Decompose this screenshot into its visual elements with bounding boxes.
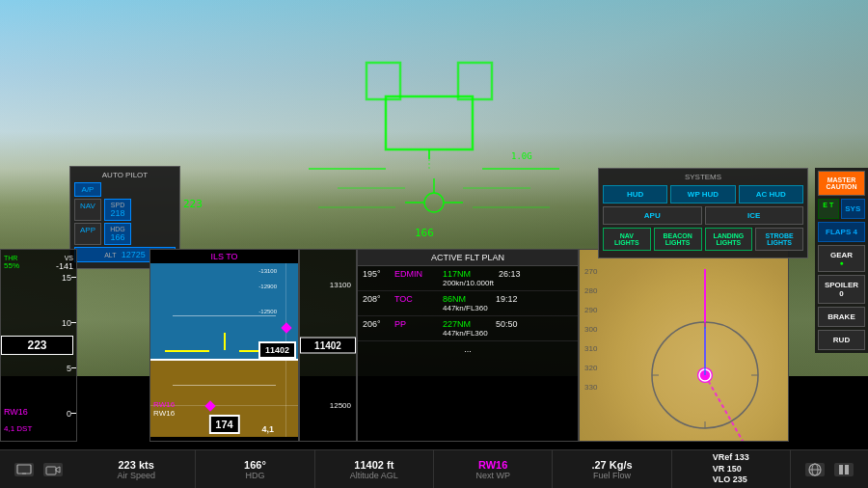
brake-button[interactable]: BRAKE	[818, 307, 865, 327]
alt-mark-3: 12500	[300, 401, 356, 410]
fuelflow-label: Fuel Flow	[593, 471, 631, 480]
flt-time-3: 50:50	[496, 319, 518, 329]
altitude-stat: 11402 ft Altitude AGL	[315, 450, 434, 488]
svg-text:320: 320	[584, 364, 598, 372]
svg-text:290: 290	[584, 306, 598, 314]
nextwp-stat: RW16 Next WP	[434, 450, 553, 488]
flt-speed-1: 200kn/10.000ft	[443, 279, 494, 287]
flt-row-2: 208° TOC 86NM 447kn/FL360 19:12	[358, 291, 578, 316]
et-sys-group: E T SYS	[818, 199, 865, 219]
svg-rect-44	[839, 465, 843, 474]
display-icon[interactable]	[14, 463, 34, 476]
alt-tape: 13100 12900 12500 11402	[299, 249, 357, 442]
svg-rect-45	[845, 465, 849, 474]
ai-wings-left	[165, 350, 209, 352]
nextwp-value: RW16	[478, 459, 507, 471]
flt-plan-title: ACTIVE FLT PLAN	[358, 250, 578, 266]
globe-icon[interactable]	[805, 463, 825, 476]
pitch-line-neg5	[173, 385, 276, 386]
ai-hdg-current: 174	[208, 415, 239, 434]
flt-time-1: 26:13	[499, 269, 521, 279]
fuelflow-stat: .27 Kg/s Fuel Flow	[553, 450, 671, 488]
vref-value: VRef 133 VR 150 VLO 235	[713, 452, 749, 486]
flt-deg-3: 206°	[363, 319, 390, 329]
ils-label: ILS TO	[150, 250, 298, 263]
speed-mark-5: 5	[1, 364, 76, 373]
rw-label: RW16	[4, 407, 28, 417]
svg-text:310: 310	[584, 344, 598, 353]
nav-button[interactable]: NAV	[74, 199, 101, 221]
flt-dist-2: 86NM	[443, 294, 491, 304]
flt-speed-2: 447kn/FL360	[443, 304, 491, 312]
map-background: 270 280 290 300 310 320 330	[580, 250, 788, 441]
svg-text:300: 300	[584, 325, 598, 334]
app-button[interactable]: APP	[74, 223, 101, 245]
flt-wp-2: TOC	[394, 294, 438, 304]
svg-text:270: 270	[584, 267, 598, 276]
rud-button[interactable]: RUD	[818, 330, 865, 350]
airspeed-stat: 223 kts Air Speed	[77, 450, 196, 488]
flt-deg-2: 208°	[363, 294, 390, 304]
beacon-lights-button[interactable]: BEACON LIGHTS	[654, 228, 702, 251]
vref-stat: VRef 133 VR 150 VLO 235	[672, 450, 791, 488]
hdg-label: HDG	[245, 471, 264, 480]
hdg-button[interactable]: HDG 166	[104, 223, 131, 245]
svg-rect-19	[580, 250, 789, 442]
wp-hud-button[interactable]: WP HUD	[670, 185, 735, 203]
attitude-inner: -13100 -12900 -12500 11402 174 RW16 RW16…	[150, 263, 298, 437]
pause-icon[interactable]	[834, 463, 854, 476]
ai-loc-dist: 4,1	[261, 424, 274, 434]
airspeed-label: Air Speed	[117, 471, 155, 480]
gear-button[interactable]: GEAR ●	[818, 245, 865, 272]
spoiler-button[interactable]: SPOILER 0	[818, 275, 865, 304]
svg-rect-37	[17, 465, 31, 474]
ac-hud-button[interactable]: AC HUD	[739, 185, 803, 203]
alt-mark-1: 13100	[300, 281, 356, 289]
nav-lights-button[interactable]: NAV LIGHTS	[603, 228, 651, 251]
vs-label: VS	[56, 255, 73, 261]
sys-button[interactable]: SYS	[841, 199, 866, 219]
ice-button[interactable]: ICE	[705, 206, 804, 225]
autopilot-title: AUTO PILOT	[74, 171, 176, 179]
flt-row-3: 206° PP 227NM 447kn/FL360 50:50	[358, 316, 578, 341]
svg-rect-39	[46, 467, 56, 474]
hdg-value: 166°	[244, 459, 266, 471]
flt-dist-3: 227NM	[443, 319, 491, 329]
speed-mark-15: 15	[1, 273, 76, 283]
master-caution-button[interactable]: MASTER CAUTION	[818, 171, 865, 196]
et-button[interactable]: E T	[818, 199, 839, 219]
ap-button[interactable]: A/P	[74, 182, 101, 197]
speed-mark-10: 10	[1, 318, 76, 328]
nextwp-label: Next WP	[475, 471, 510, 480]
svg-marker-40	[56, 467, 60, 473]
pitch-line-5	[173, 315, 276, 316]
flt-wp-1: EDMIN	[394, 269, 438, 279]
apu-button[interactable]: APU	[603, 206, 702, 225]
svg-text:280: 280	[584, 286, 598, 295]
dist-label: 4,1 DST	[4, 424, 32, 433]
attitude-indicator: ILS TO -13100 -12900 -12500 11402 174 RW…	[149, 249, 299, 442]
flt-row-1: 195° EDMIN 117NM 200kn/10.000ft 26:13	[358, 266, 578, 291]
flight-plan-panel: ACTIVE FLT PLAN 195° EDMIN 117NM 200kn/1…	[357, 249, 579, 442]
sys-row-2: APU ICE	[603, 206, 803, 225]
altitude-value: 11402 ft	[354, 459, 393, 471]
alt-scale: -13100 -12900 -12500	[258, 268, 277, 314]
strobe-lights-button[interactable]: STROBE LIGHTS	[755, 228, 803, 251]
ai-nose	[224, 333, 226, 350]
alt-current: 11402	[300, 338, 356, 354]
hud-button[interactable]: HUD	[603, 185, 667, 203]
spd-button[interactable]: SPD 218	[104, 199, 131, 221]
speed-current: 223	[1, 336, 73, 355]
flt-dots: ...	[358, 341, 578, 357]
flaps-button[interactable]: FLAPS 4	[818, 222, 865, 242]
sys-row-1: HUD WP HUD AC HUD	[603, 185, 803, 203]
bottom-right-icons	[791, 463, 868, 476]
horizon-line	[150, 359, 298, 361]
landing-lights-button[interactable]: LANDING LIGHTS	[705, 228, 753, 251]
hdg-stat: 166° HDG	[196, 450, 314, 488]
flt-dist-1: 117NM	[443, 269, 494, 279]
bottom-bar: 223 kts Air Speed 166° HDG 11402 ft Alti…	[0, 449, 868, 488]
camera-icon[interactable]	[43, 463, 63, 476]
altitude-label: Altitude AGL	[350, 471, 398, 480]
bottom-icons	[0, 463, 77, 476]
